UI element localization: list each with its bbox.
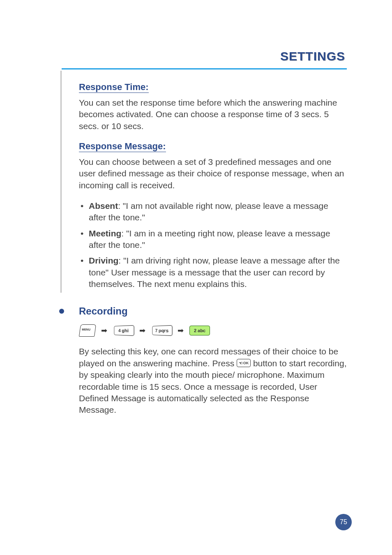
response-time-body: You can set the response time before whi… <box>79 97 347 132</box>
arrow-icon: ➡ <box>178 326 184 335</box>
response-message-heading: Response Message: <box>79 141 166 152</box>
driving-text: : "I am driving right now, please leave … <box>89 256 340 289</box>
page-number-badge: 75 <box>335 514 352 530</box>
menu-key-icon <box>79 324 96 337</box>
response-message-intro: You can choose between a set of 3 predef… <box>79 156 347 191</box>
header-divider <box>62 68 347 69</box>
meeting-text: : "I am in a meeting right now, please l… <box>89 229 330 250</box>
key-4ghi-icon: 4 ghi <box>114 325 134 336</box>
key-sequence: ➡ 4 ghi ➡ 7 pqrs ➡ 2 abc <box>80 324 347 337</box>
key-7pqrs-icon: 7 pqrs <box>152 325 172 336</box>
recording-body: By selecting this key, one can record me… <box>79 346 347 416</box>
recording-heading: Recording <box>79 305 347 317</box>
ok-key-icon: ☜OK <box>237 359 251 367</box>
driving-label: Driving <box>89 256 118 265</box>
hand-icon: ☜ <box>239 360 243 366</box>
absent-label: Absent <box>89 201 118 210</box>
ok-key-label: OK <box>243 361 249 365</box>
arrow-icon: ➡ <box>101 326 107 335</box>
arrow-icon: ➡ <box>139 326 145 335</box>
list-item: Driving: "I am driving right now, please… <box>79 255 347 290</box>
list-item: Absent: "I am not available right now, p… <box>79 200 347 224</box>
key-2abc-icon: 2 abc <box>189 326 210 335</box>
vertical-rule <box>61 71 61 293</box>
response-time-heading: Response Time: <box>79 82 149 93</box>
page-header-title: SETTINGS <box>62 49 347 63</box>
list-item: Meeting: "I am in a meeting right now, p… <box>79 228 347 251</box>
response-message-list: Absent: "I am not available right now, p… <box>79 200 347 290</box>
recording-section: Recording ➡ 4 ghi ➡ 7 pqrs ➡ 2 abc By se… <box>79 305 347 416</box>
absent-text: : "I am not available right now, please … <box>89 201 328 222</box>
section-bullet-icon <box>59 309 64 314</box>
meeting-label: Meeting <box>89 229 121 238</box>
